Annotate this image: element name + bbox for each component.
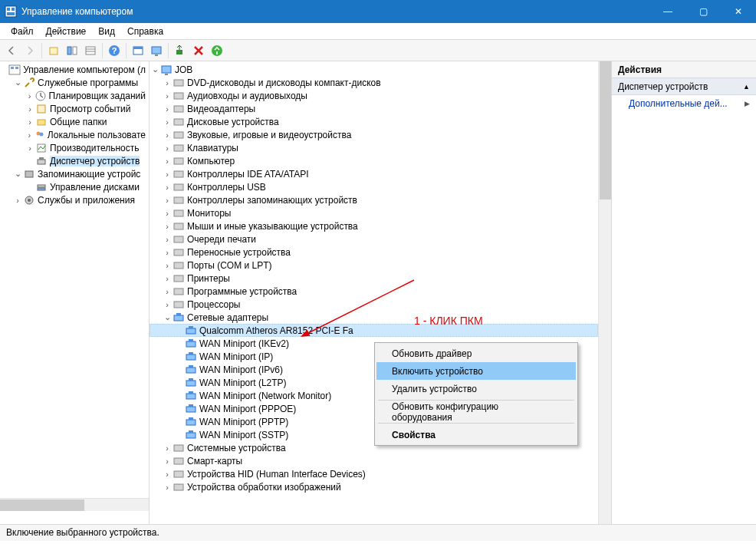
monitor-icon[interactable] xyxy=(148,42,165,59)
category-icon xyxy=(173,103,185,115)
adapter-icon xyxy=(185,377,197,389)
device-category[interactable]: ›Процессоры xyxy=(150,298,598,311)
svg-rect-7 xyxy=(86,47,95,54)
tree-local-users[interactable]: ›Локальные пользовате xyxy=(0,128,149,141)
device-network-adapters[interactable]: ⌄Сетевые адаптеры xyxy=(150,311,598,324)
device-category[interactable]: ›Порты (COM и LPT) xyxy=(150,259,598,272)
adapter-icon xyxy=(185,416,197,428)
context-menu: Обновить драйвер Включить устройство Уда… xyxy=(374,342,578,446)
ctx-properties[interactable]: Свойства xyxy=(376,426,576,443)
device-category[interactable]: ›Мониторы xyxy=(150,206,598,219)
tree-performance[interactable]: ›Производительность xyxy=(0,141,149,154)
device-category[interactable]: ›Принтеры xyxy=(150,272,598,285)
tree-device-manager[interactable]: Диспетчер устройств xyxy=(0,154,149,167)
actions-more-link[interactable]: Дополнительные дей... ▶ xyxy=(612,95,756,112)
svg-rect-39 xyxy=(174,119,183,125)
device-network-item[interactable]: Qualcomm Atheros AR8152 PCI-E Fa xyxy=(150,324,598,337)
svg-rect-5 xyxy=(67,47,71,54)
device-category[interactable]: ›Контроллеры запоминающих устройств xyxy=(150,193,598,206)
device-category[interactable]: ›Аудиовходы и аудиовыходы xyxy=(150,89,598,102)
device-category[interactable]: ›Клавиатуры xyxy=(150,141,598,154)
window-icon[interactable] xyxy=(130,42,146,59)
menu-help[interactable]: Справка xyxy=(121,25,169,38)
svg-rect-62 xyxy=(186,368,196,373)
properties-icon[interactable] xyxy=(45,42,62,59)
ctx-update-driver[interactable]: Обновить драйвер xyxy=(376,345,576,362)
svg-rect-44 xyxy=(174,184,183,190)
maximize-button[interactable]: ▢ xyxy=(685,0,721,23)
svg-rect-64 xyxy=(186,381,196,386)
scheduler-icon xyxy=(35,90,46,102)
device-category[interactable]: ›Смарт-карты xyxy=(150,454,598,467)
svg-rect-76 xyxy=(174,471,183,477)
device-category[interactable]: ›Звуковые, игровые и видеоустройства xyxy=(150,128,598,141)
view-icon[interactable] xyxy=(64,42,81,59)
middle-scrollbar[interactable] xyxy=(598,61,611,524)
tree-system-tools[interactable]: ⌄ Служебные программы xyxy=(0,76,149,89)
device-category[interactable]: ›Программные устройства xyxy=(150,285,598,298)
device-root[interactable]: ⌄JOB xyxy=(150,63,598,76)
tree-task-scheduler[interactable]: ›Планировщик заданий xyxy=(0,89,149,102)
network-icon xyxy=(173,312,185,324)
enable-icon[interactable] xyxy=(209,42,225,59)
tree-storage[interactable]: ⌄Запоминающие устройс xyxy=(0,167,149,180)
device-category[interactable]: ›Контроллеры IDE ATA/ATAPI xyxy=(150,167,598,180)
tree-root[interactable]: Управление компьютером (л xyxy=(0,63,149,76)
back-button[interactable] xyxy=(3,42,20,59)
tree-services[interactable]: ›Службы и приложения xyxy=(0,193,149,206)
device-category[interactable]: ›Устройства HID (Human Interface Devices… xyxy=(150,467,598,480)
svg-rect-18 xyxy=(9,65,20,74)
close-button[interactable]: ✕ xyxy=(721,0,756,23)
forward-button[interactable] xyxy=(21,42,38,59)
category-icon xyxy=(173,181,185,193)
svg-rect-27 xyxy=(38,160,45,164)
svg-rect-29 xyxy=(25,171,33,177)
device-category[interactable]: ›Устройства обработки изображений xyxy=(150,480,598,493)
left-scrollbar[interactable] xyxy=(0,498,149,511)
svg-rect-13 xyxy=(133,47,143,49)
ctx-remove-device[interactable]: Удалить устройство xyxy=(376,380,576,397)
collapse-icon[interactable]: ▲ xyxy=(743,83,750,91)
device-category[interactable]: ›Мыши и иные указывающие устройства xyxy=(150,219,598,232)
svg-rect-47 xyxy=(174,223,183,229)
category-icon xyxy=(173,468,185,480)
minimize-button[interactable]: — xyxy=(650,0,685,23)
svg-rect-26 xyxy=(38,144,45,152)
tree-disk-mgmt[interactable]: Управление дисками xyxy=(0,180,149,193)
svg-rect-66 xyxy=(186,394,196,399)
tree-shared-folders[interactable]: ›Общие папки xyxy=(0,115,149,128)
scan-icon[interactable] xyxy=(172,42,189,59)
help-icon[interactable]: ? xyxy=(106,42,123,59)
svg-rect-48 xyxy=(174,236,183,242)
navigation-tree[interactable]: Управление компьютером (л ⌄ Служебные пр… xyxy=(0,61,150,524)
category-icon xyxy=(173,77,185,89)
app-icon xyxy=(5,5,17,18)
device-category[interactable]: ›Компьютер xyxy=(150,154,598,167)
device-category[interactable]: ›Переносные устройства xyxy=(150,246,598,259)
ctx-enable-device[interactable]: Включить устройство xyxy=(376,362,576,380)
device-category[interactable]: ›DVD-дисководы и дисководы компакт-диско… xyxy=(150,76,598,89)
device-category[interactable]: ›Очереди печати xyxy=(150,232,598,246)
menu-action[interactable]: Действие xyxy=(40,25,93,38)
device-category[interactable]: ›Дисковые устройства xyxy=(150,115,598,128)
device-category[interactable]: ›Видеоадаптеры xyxy=(150,102,598,115)
ctx-scan-hardware[interactable]: Обновить конфигурацию оборудования xyxy=(376,403,576,420)
menu-view[interactable]: Вид xyxy=(92,25,121,38)
view-detail-icon[interactable] xyxy=(82,42,99,59)
device-tree-pane[interactable]: ⌄JOB›DVD-дисководы и дисководы компакт-д… xyxy=(150,61,612,524)
event-icon xyxy=(35,103,48,115)
svg-rect-22 xyxy=(38,105,45,113)
adapter-icon xyxy=(185,429,197,441)
tree-event-viewer[interactable]: ›Просмотр событий xyxy=(0,102,149,115)
device-category[interactable]: ›Контроллеры USB xyxy=(150,180,598,193)
delete-icon[interactable] xyxy=(190,42,207,59)
svg-rect-40 xyxy=(174,132,183,138)
menu-file[interactable]: Файл xyxy=(5,25,40,38)
svg-rect-38 xyxy=(174,106,183,112)
svg-rect-59 xyxy=(189,339,193,341)
svg-rect-36 xyxy=(174,80,183,86)
actions-section[interactable]: Диспетчер устройств ▲ xyxy=(612,78,756,95)
svg-rect-20 xyxy=(15,67,18,69)
svg-rect-1 xyxy=(7,8,10,11)
annotation-text-1: 1 - КЛИК ПКМ xyxy=(414,315,483,327)
